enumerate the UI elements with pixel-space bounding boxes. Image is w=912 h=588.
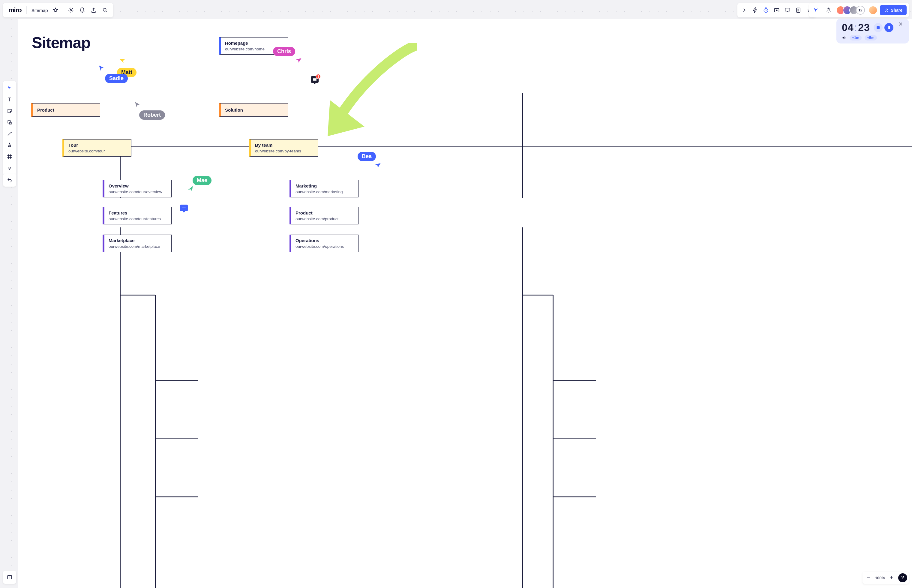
shape-tool[interactable] [4,117,15,128]
bell-icon[interactable] [77,5,87,15]
card-title: Overview [108,183,167,188]
cursor-label: Mae [193,176,211,185]
divider [26,6,27,14]
card-title: Product [295,210,354,215]
lightning-icon[interactable] [750,5,760,15]
cursor-label: Robert [139,110,165,120]
card-product[interactable]: Product [31,103,100,117]
card-tour[interactable]: Tour ourwebsite.com/tour [62,139,131,157]
cursor-mode-icon[interactable] [811,5,821,15]
card-overview[interactable]: Overview ourwebsite.com/tour/overview [103,180,172,197]
notes-icon[interactable] [793,5,804,15]
card-title: By team [255,142,313,148]
canvas-background[interactable]: Sitemap Homepage ourwebsite. [0,0,912,588]
volume-icon[interactable] [842,36,847,40]
svg-point-22 [886,9,887,10]
share-button[interactable]: Share [880,5,907,15]
svg-rect-23 [876,26,880,29]
timer-add-5m[interactable]: +5m [865,35,876,40]
card-title: Operations [295,238,354,243]
reactions-icon[interactable] [823,5,834,15]
card-title: Marketing [295,183,354,188]
topbar-right: 12 Share [809,3,909,18]
sitemap-connectors [18,19,912,588]
card-title: Solution [225,107,284,113]
help-button[interactable]: ? [898,573,907,582]
zoom-out-button[interactable] [864,573,873,582]
line-tool[interactable] [4,128,15,139]
cursor-matt: Matt [108,55,128,71]
comment-thread-blue[interactable] [180,205,188,211]
collaborator-avatars[interactable]: 12 [836,6,865,15]
card-url: ourwebsite.com/tour [68,149,127,153]
app-logo[interactable]: miro [6,6,24,14]
card-url: ourwebsite.com/by-teams [255,149,313,153]
pen-tool[interactable] [4,140,15,150]
zoom-controls: 100% ? [862,572,909,584]
timer-add-1m[interactable]: +1m [850,35,862,40]
avatar-overflow-count[interactable]: 12 [856,6,865,15]
card-marketing[interactable]: Marketing ourwebsite.com/marketing [289,180,358,197]
timer-seconds: 23 [858,22,870,33]
card-title: Marketplace [108,238,167,243]
timer-panel: 04:23 +1m +5m [836,19,909,44]
text-tool[interactable] [4,94,15,105]
left-toolbar [3,81,16,175]
timer-display: 04:23 [842,22,870,33]
drawn-arrow-icon [309,43,417,142]
svg-rect-26 [8,121,10,123]
card-url: ourwebsite.com/tour/features [108,216,167,221]
timer-close-button[interactable] [898,22,905,28]
svg-point-17 [103,8,106,11]
timer-minutes: 04 [842,22,854,33]
chevron-right-icon[interactable] [739,5,749,15]
cursor-robert: Robert [134,102,160,117]
card-operations[interactable]: Operations ourwebsite.com/operations [289,234,358,252]
topbar-apps [738,3,816,18]
divider [63,6,63,14]
timer-pause-button[interactable] [885,23,893,32]
svg-rect-24 [888,26,889,29]
export-icon[interactable] [89,5,99,15]
card-marketplace[interactable]: Marketplace ourwebsite.com/marketplace [103,234,172,252]
cursor-label: Bea [358,152,376,161]
card-product-child[interactable]: Product ourwebsite.com/product [289,207,358,225]
undo-button[interactable] [3,173,16,187]
board-name[interactable]: Sitemap [29,8,49,13]
svg-point-16 [70,10,71,11]
card-title: Product [37,107,96,113]
board-surface[interactable]: Sitemap Homepage ourwebsite. [18,19,912,588]
search-icon[interactable] [100,5,110,15]
card-title: Features [108,210,167,215]
board-heading: Sitemap [32,34,90,52]
select-tool[interactable] [4,83,15,94]
cursor-mae: Mae [186,176,205,192]
timer-icon[interactable] [761,5,771,15]
self-avatar[interactable] [868,6,878,15]
card-solution[interactable]: Solution [219,103,288,117]
comment-count-badge: 3 [316,74,321,79]
topbar-left: miro Sitemap [3,3,113,18]
svg-rect-20 [785,8,790,11]
timer-stop-button[interactable] [873,23,883,32]
cursor-label: Chris [273,47,295,56]
zoom-in-button[interactable] [888,573,896,582]
share-label: Share [891,8,902,13]
comment-thread-dark[interactable]: 3 [311,76,319,83]
cursor-bea: Bea [358,152,376,168]
slides-icon[interactable] [772,5,782,15]
panel-toggle-button[interactable] [3,570,16,584]
presentation-icon[interactable] [783,5,793,15]
frame-tool[interactable] [4,151,15,162]
star-icon[interactable] [50,5,61,15]
zoom-level[interactable]: 100% [874,576,886,580]
card-by-team[interactable]: By team ourwebsite.com/by-teams [249,139,318,157]
card-url: ourwebsite.com/tour/overview [108,190,167,194]
sticky-tool[interactable] [4,106,15,116]
cursor-chris: Chris [273,47,295,63]
card-features[interactable]: Features ourwebsite.com/tour/features [103,207,172,225]
settings-icon[interactable] [66,5,76,15]
card-title: Homepage [225,40,284,45]
more-tools-icon[interactable] [4,163,15,173]
cursor-label: Sadie [105,74,128,83]
